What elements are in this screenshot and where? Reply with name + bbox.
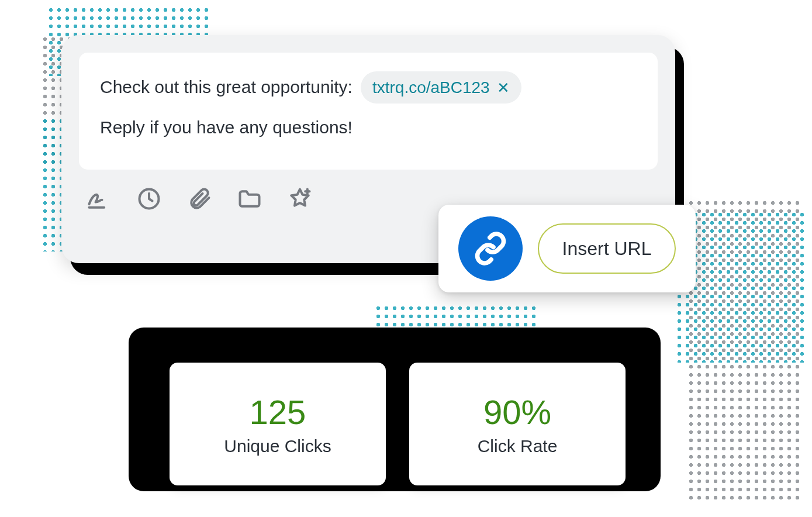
insert-url-button[interactable]: Insert URL: [538, 223, 676, 274]
stat-card-unique-clicks: 125 Unique Clicks: [170, 363, 386, 485]
signature-icon[interactable]: [85, 185, 113, 213]
folder-icon[interactable]: [236, 185, 264, 213]
link-icon: [458, 216, 523, 281]
insert-url-popover: Insert URL: [438, 205, 696, 292]
stats-row: 125 Unique Clicks 90% Click Rate: [170, 363, 626, 485]
stat-label: Click Rate: [478, 436, 558, 456]
message-text-line1: Check out this great opportunity:: [100, 74, 353, 101]
message-textarea[interactable]: Check out this great opportunity: txtrq.…: [79, 53, 658, 170]
shortlink-text: txtrq.co/aBC123: [372, 75, 490, 100]
attachment-icon[interactable]: [185, 185, 213, 213]
message-text-line2: Reply if you have any questions!: [100, 114, 637, 142]
stat-value: 90%: [483, 392, 551, 432]
clock-icon[interactable]: [135, 185, 163, 213]
remove-link-icon[interactable]: ✕: [497, 80, 510, 95]
stat-card-click-rate: 90% Click Rate: [409, 363, 626, 485]
star-plus-icon[interactable]: [286, 185, 314, 213]
stat-value: 125: [250, 392, 306, 432]
shortlink-chip[interactable]: txtrq.co/aBC123 ✕: [361, 71, 521, 104]
stat-label: Unique Clicks: [224, 436, 331, 456]
decorative-dots: [687, 199, 804, 503]
